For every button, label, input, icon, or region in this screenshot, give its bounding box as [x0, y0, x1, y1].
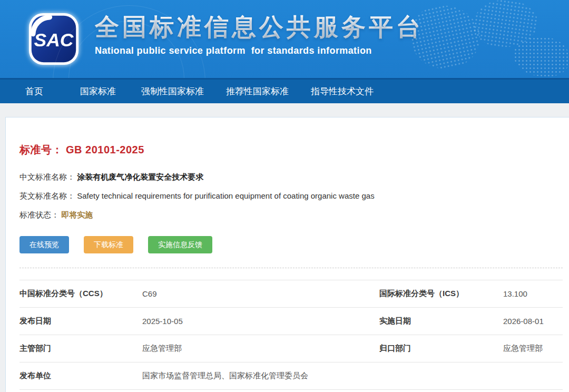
- action-buttons: 在线预览 下载标准 实施信息反馈: [19, 236, 565, 253]
- en-name-value: Safety technical requirements for purifi…: [77, 191, 374, 200]
- standard-number-value: GB 20101-2025: [66, 144, 144, 155]
- download-standard-button[interactable]: 下载标准: [84, 236, 133, 253]
- content-area: 标准号：GB 20101-2025 中文标准名称： 涂装有机废气净化装置安全技术…: [0, 103, 569, 392]
- nav-item-home[interactable]: 首页: [25, 85, 43, 97]
- table-row-dates: 发布日期 2025-10-05 实施日期 2026-08-01: [19, 308, 563, 335]
- table-row-departments: 主管部门 应急管理部 归口部门 应急管理部: [19, 335, 563, 362]
- en-name-line: 英文标准名称： Safety technical requirements fo…: [19, 187, 565, 205]
- site-header: SAC 全国标准信息公共服务平台 National public service…: [0, 0, 569, 78]
- nav-item-recommended-standards[interactable]: 推荐性国家标准: [226, 85, 289, 97]
- competent-dept-value: 应急管理部: [142, 344, 379, 354]
- status-line: 标准状态： 即将实施: [19, 205, 565, 224]
- site-subtitle: National public service platform for sta…: [95, 45, 424, 56]
- centralized-dept-label: 归口部门: [379, 344, 503, 354]
- publisher-value: 国家市场监督管理总局、国家标准化管理委员会: [142, 371, 563, 381]
- publish-date-value: 2025-10-05: [142, 317, 379, 326]
- status-badge: 即将实施: [61, 210, 93, 219]
- online-preview-button[interactable]: 在线预览: [19, 236, 69, 253]
- implement-date-value: 2026-08-01: [503, 317, 563, 326]
- nav-item-national-standards[interactable]: 国家标准: [80, 85, 116, 97]
- ics-value: 13.100: [503, 289, 563, 298]
- cn-name-label: 中文标准名称：: [19, 172, 75, 181]
- standard-number-label: 标准号：: [19, 144, 63, 155]
- ccs-value: C69: [142, 289, 379, 298]
- dashed-separator: [19, 268, 563, 268]
- competent-dept-label: 主管部门: [19, 344, 142, 354]
- en-name-label: 英文标准名称：: [19, 191, 75, 200]
- publisher-label: 发布单位: [19, 371, 142, 381]
- standard-number-line: 标准号：GB 20101-2025: [19, 143, 565, 157]
- centralized-dept-value: 应急管理部: [503, 344, 563, 354]
- implement-date-label: 实施日期: [379, 316, 503, 326]
- brand-block: 全国标准信息公共服务平台 National public service pla…: [95, 14, 424, 56]
- nav-item-mandatory-standards[interactable]: 强制性国家标准: [141, 85, 204, 97]
- ics-label: 国际标准分类号（ICS）: [379, 289, 503, 299]
- implementation-feedback-button[interactable]: 实施信息反馈: [148, 236, 212, 253]
- standard-fields: 中文标准名称： 涂装有机废气净化装置安全技术要求 英文标准名称： Safety …: [19, 168, 565, 224]
- standard-info-table: 中国标准分类号（CCS） C69 国际标准分类号（ICS） 13.100 发布日…: [19, 280, 563, 390]
- main-nav: 首页 国家标准 强制性国家标准 推荐性国家标准 指导性技术文件: [0, 78, 569, 103]
- svg-text:SAC: SAC: [34, 30, 74, 51]
- nav-item-guiding-documents[interactable]: 指导性技术文件: [311, 85, 374, 97]
- site-title: 全国标准信息公共服务平台: [95, 14, 424, 40]
- publish-date-label: 发布日期: [19, 316, 142, 326]
- cn-name-line: 中文标准名称： 涂装有机废气净化装置安全技术要求: [19, 168, 565, 187]
- sac-logo-icon[interactable]: SAC: [28, 13, 79, 65]
- table-row-classification: 中国标准分类号（CCS） C69 国际标准分类号（ICS） 13.100: [19, 280, 563, 308]
- table-row-publisher: 发布单位 国家市场监督管理总局、国家标准化管理委员会: [19, 362, 563, 390]
- cn-name-value: 涂装有机废气净化装置安全技术要求: [77, 172, 203, 181]
- standard-detail-card: 标准号：GB 20101-2025 中文标准名称： 涂装有机废气净化装置安全技术…: [5, 117, 569, 392]
- status-label: 标准状态：: [19, 210, 59, 219]
- ccs-label: 中国标准分类号（CCS）: [19, 289, 142, 299]
